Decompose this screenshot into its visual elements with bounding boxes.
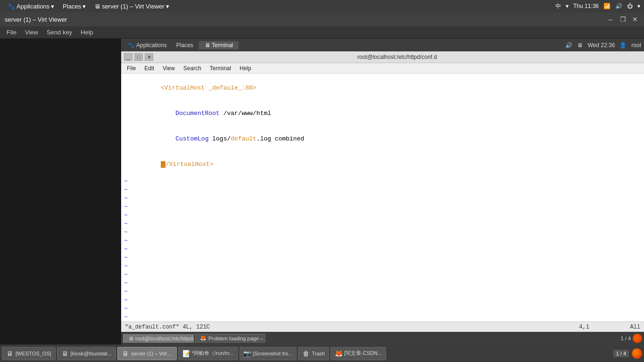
doc-root-val: /var/www/html [220,110,271,117]
guest-task-firefox[interactable]: 🦊 Problem loading page – Mozilla ... [195,334,265,343]
taskbar-virt-viewer[interactable]: 🖥 server (1) – Virt ... [117,347,177,360]
user-icon: 👤 [619,42,627,49]
terminal-close[interactable]: ✕ [145,53,153,61]
taskbar-screenshot[interactable]: 📷 [Screenshot fro... [239,347,297,360]
minimize-button[interactable]: – [606,15,615,24]
tilde-line: ~ [124,186,641,194]
applications-menu[interactable]: 🐾 Applications ▾ [4,2,58,11]
term-menu-edit[interactable]: Edit [140,65,158,72]
close-button[interactable]: ✕ [631,15,639,24]
guest-page-indicator: 1 / 4 [621,336,631,341]
term-menu-file[interactable]: File [123,65,140,72]
tilde-line: ~ [124,228,641,237]
text-icon: 📝 [182,350,190,357]
places-label: Places [63,3,81,10]
taskbar-kiosk[interactable]: 🖥 [kiosk@foundati... [57,347,116,360]
guest-taskbar: 🖥 root@localhost:/etc/httpd/conf.d 🦊 Pro… [121,332,644,345]
tilde-line: ~ [124,313,641,321]
tilde-line: ~ [124,262,641,271]
terminal-line-3: CustomLog logs/default.log combined [124,126,641,152]
guest-panel-left: 🐾 Applications Places 🖥 Terminal [124,41,239,49]
power-icon[interactable]: ⏻ [627,3,633,9]
applications-label: Applications [17,3,50,10]
active-window-btn[interactable]: 🖥 server (1) – Virt Viewer ▾ [91,2,173,11]
guest-panel-right: 🔊 🖥 Wed 22:36 👤 root [565,42,641,49]
chevron-down-icon: ▾ [637,3,640,9]
terminal-title-controls: _ □ ✕ [124,53,153,61]
input-indicator[interactable]: 中 [555,2,561,10]
taskbar-trash[interactable]: 🗑 Trash [298,347,329,360]
datetime-display: Thu 11:36 [573,3,599,9]
guest-time: Wed 22:36 [587,42,615,49]
terminal-title: root@localhost:/etc/httpd/conf.d [153,54,641,60]
cursor [161,161,165,168]
tilde-line: ~ [124,296,641,304]
guest-terminal-tab[interactable]: 🖥 Terminal [199,41,239,49]
term-menu-search[interactable]: Search [180,65,205,72]
terminal-line-2: DocumentRoot /var/www/html [124,101,641,126]
menu-view[interactable]: View [21,28,42,37]
menu-help[interactable]: Help [77,28,97,37]
volume-icon: 🔊 [615,3,622,9]
tilde-line: ~ [124,220,641,228]
places-menu[interactable]: Places ▾ [59,2,90,11]
tilde-line: ~ [124,237,641,245]
tilde-line: ~ [124,194,641,203]
default-word: default [231,135,256,142]
taskbar-virt-label: server (1) – Virt ... [131,351,173,356]
guest-places-menu[interactable]: Places [173,41,197,49]
taskbar-csdn[interactable]: 🦊 [写文章-CSDN... [330,347,386,360]
terminal-icon: 🖥 [61,350,69,357]
maximize-button[interactable]: ❐ [619,15,627,24]
taskbar-kiosk-label: [kiosk@foundati... [71,351,112,356]
guest-firefox-circle [633,334,642,343]
term-menu-help[interactable]: Help [236,65,255,72]
virt-viewer-menubar: File View Send key Help [0,26,644,39]
terminal-menu: File Edit View Search Terminal Help [121,63,644,74]
chevron-down-icon: ▾ [166,3,169,10]
guest-task-firefox-label: Problem loading page – Mozilla ... [208,336,265,341]
taskbar-screenshot-label: [Screenshot fro... [253,351,293,356]
status-position: 4,1 [579,324,589,330]
window-title-label: server (1) – Virt Viewer [102,3,164,10]
wifi-icon: 📶 [603,3,611,9]
terminal-window: _ □ ✕ root@localhost:/etc/httpd/conf.d F… [121,51,644,332]
status-all: All [630,324,640,330]
tilde-line: ~ [124,279,641,288]
tilde-line: ~ [124,245,641,254]
guest-display: 🐾 Applications Places 🖥 Terminal 🔊 🖥 Wed… [0,39,644,345]
taskbar-csdn-label: [写文章-CSDN... [344,350,382,357]
terminal-line-1: <VirtualHost _defaule_:80> [124,75,641,101]
system-bar-right: 中 ▾ Thu 11:36 📶 🔊 ⏻ ▾ [555,2,640,10]
taskbar-westos[interactable]: 🖥 [WESTOS_OS] [2,347,56,360]
guest-taskbar-right: 1 / 4 [621,334,642,343]
taskbar-apache[interactable]: 📝 *阿帕奇（/run/m... [178,347,238,360]
menu-send-key[interactable]: Send key [43,28,76,37]
monitor-icon: 🖥 [577,42,583,49]
terminal-line-4: /VirtualHost> [124,152,641,177]
menu-file[interactable]: File [3,28,20,37]
tag-open: <VirtualHost _defaule_:80> [161,84,256,91]
guest-places-label: Places [176,42,193,49]
tilde-line: ~ [124,203,641,211]
terminal-content[interactable]: <VirtualHost _defaule_:80> DocumentRoot … [121,74,644,321]
terminal-task-icon: 🖥 [128,336,133,341]
status-file-info: "a_default.conf" 4L, 121C [125,324,210,330]
taskbar-westos-label: [WESTOS_OS] [16,351,51,356]
virt-viewer-title: server (1) – Virt Viewer [5,16,67,23]
guest-task-terminal[interactable]: 🖥 root@localhost:/etc/httpd/conf.d [123,334,194,343]
taskbar-right: 1 / 4 [613,348,642,359]
term-menu-terminal[interactable]: Terminal [206,65,235,72]
fedora-icon: 🐾 [128,42,135,49]
guest-applications-menu[interactable]: 🐾 Applications [124,41,171,49]
firefox-icon: 🦊 [335,350,342,357]
terminal-maximize[interactable]: □ [134,53,143,61]
term-menu-view[interactable]: View [159,65,179,72]
custom-log-key: CustomLog [161,135,208,142]
trash-icon: 🗑 [302,350,310,357]
tilde-line: ~ [124,304,641,313]
system-bar: 🐾 Applications ▾ Places ▾ 🖥 server (1) –… [0,0,644,12]
tilde-line: ~ [124,288,641,296]
volume-icon: 🔊 [565,42,572,49]
terminal-minimize[interactable]: _ [124,53,132,61]
